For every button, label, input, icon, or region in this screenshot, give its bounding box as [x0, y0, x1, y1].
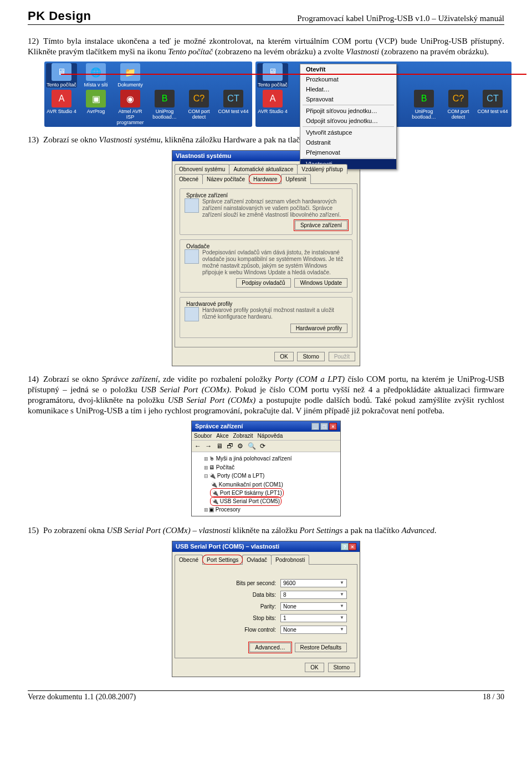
field-stopbits: Stop bits:1▼ [185, 614, 347, 622]
menu-prejmen[interactable]: Přejmenovat [300, 147, 396, 157]
icon-mista-vsiti[interactable]: 🌐Místa v síti [80, 63, 111, 88]
group-ovladace: Ovladače Podepisování ovladačů vám dává … [180, 239, 352, 293]
step-13: 13)Zobrazí se okno Vlastnosti systému, k… [28, 135, 504, 145]
group-spravce: Správce zařízení Správce zařízení zobraz… [180, 188, 352, 235]
icon-uniprog-r[interactable]: BUniProg bootload… [408, 90, 439, 120]
tab-vzdal[interactable]: Vzdálený přístup [297, 164, 347, 174]
storno-button2[interactable]: Storno [328, 663, 355, 672]
tab-obecne[interactable]: Obecné [175, 174, 203, 184]
tab-podrob[interactable]: Podrobnosti [271, 555, 309, 565]
tab-ovladac[interactable]: Ovladač [242, 555, 272, 565]
dialog-port-settings: USB Serial Port (COM5) – vlastnosti ?× O… [172, 541, 360, 677]
footer-right: 18 / 30 [483, 693, 504, 702]
icon-avrprog[interactable]: ▣AvrProg [80, 90, 111, 125]
tab-portsettings[interactable]: Port Settings [202, 555, 243, 565]
menu-odpojit[interactable]: Odpojit síťovou jednotku… [300, 116, 396, 126]
select-parity[interactable]: None▼ [280, 602, 347, 611]
icon-comtest-r[interactable]: CTCOM test v44 [477, 90, 508, 120]
select-bps[interactable]: 9600▼ [280, 579, 347, 587]
profily-button[interactable]: Hardwarové profily [290, 324, 347, 333]
menu-otevrit[interactable]: Otevřít [300, 64, 396, 74]
minimize-icon[interactable]: _ [311, 423, 319, 430]
tab-obecne2[interactable]: Obecné [175, 555, 203, 565]
icon-comtest[interactable]: CTCOM test v44 [218, 90, 249, 125]
footer-left: Verze dokumentu 1.1 (20.08.2007) [28, 693, 136, 702]
icon-avrstudio[interactable]: AAVR Studio 4 [46, 90, 77, 125]
dialog-system-properties: Vlastnosti systému ?× Obnovení systému A… [172, 150, 360, 366]
advanced-button[interactable]: Advanced… [249, 643, 290, 652]
icon-dokumenty[interactable]: 📁Dokumenty [115, 63, 146, 88]
device-tree[interactable]: ⊞🖱 Myši a jiná polohovací zařízení ⊞🖥 Po… [192, 452, 340, 516]
brand-logo: PK Design [28, 9, 91, 23]
podpisy-button[interactable]: Podpisy ovladačů [236, 278, 290, 288]
page-footer: Verze dokumentu 1.1 (20.08.2007) 18 / 30 [28, 690, 504, 702]
taskbar-right: 🖥Tento počítač AAVR Studio 4 BUniProg bo… [255, 62, 511, 127]
icon-comdetect-r[interactable]: C?COM port detect [443, 90, 474, 120]
select-databits[interactable]: 8▼ [280, 591, 347, 599]
menu-prozkoumat[interactable]: Prozkoumat [300, 74, 396, 84]
help-icon[interactable]: ? [341, 543, 349, 550]
tab-hardware[interactable]: Hardware [249, 174, 282, 184]
field-parity: Parity:None▼ [185, 602, 347, 611]
storno-button[interactable]: Storno [297, 352, 324, 361]
tab-upresnit[interactable]: Upřesnit [281, 174, 310, 184]
field-flow: Flow control:None▼ [185, 626, 347, 634]
icon-uniprog[interactable]: BUniProg bootload… [149, 90, 180, 125]
winupdate-button[interactable]: Windows Update [294, 278, 347, 288]
icon-tento-pocitac-r[interactable]: 🖥Tento počítač [257, 63, 288, 88]
page-header: PK Design Programovací kabel UniProg-USB… [28, 9, 504, 25]
restore-button[interactable]: Restore Defaults [295, 643, 347, 652]
group-profily: Hardwarové profily Hardwarové profily po… [180, 297, 352, 338]
icon-atmel[interactable]: ◉Atmel AVR ISP programmer [115, 90, 146, 125]
select-stopbits[interactable]: 1▼ [280, 614, 347, 622]
select-flow[interactable]: None▼ [280, 626, 347, 634]
taskbar-left: 🖥Tento počítač 🌐Místa v síti 📁Dokumenty … [44, 62, 252, 127]
icon-avrstudio-r[interactable]: AAVR Studio 4 [257, 90, 288, 120]
context-menu: Otevřít Prozkoumat Hledat… Spravovat Při… [300, 64, 397, 170]
ok-button2[interactable]: OK [305, 663, 324, 672]
menu-spravovat[interactable]: Spravovat [300, 94, 396, 104]
menu-hledat[interactable]: Hledat… [300, 84, 396, 94]
doc-title: Programovací kabel UniProg-USB v1.0 – Už… [297, 14, 504, 23]
step-12: 12)Tímto byla instalace ukončena a teď j… [28, 36, 504, 57]
toolbar[interactable]: ← → 🖥 🗗 ⚙ 🔍 ⟳ [192, 441, 340, 452]
figure-desktop-pair: 🖥Tento počítač 🌐Místa v síti 📁Dokumenty … [44, 62, 488, 127]
dialog-device-manager: Správce zařízení _□× SouborAkceZobrazitN… [191, 421, 341, 516]
tab-nazev[interactable]: Název počítače [202, 174, 249, 184]
profile-icon [185, 307, 199, 321]
close-icon[interactable]: × [349, 543, 356, 550]
icon-tento-pocitac[interactable]: 🖥Tento počítač [46, 63, 77, 88]
field-databits: Data bits:8▼ [185, 591, 347, 599]
step-14: 14)Zobrazí se okno Správce zařízení, zde… [28, 374, 504, 417]
device-icon [185, 198, 199, 213]
tab-obnoveni[interactable]: Obnovení systému [175, 164, 229, 174]
icon-comdetect[interactable]: C?COM port detect [183, 90, 214, 125]
maximize-icon[interactable]: □ [320, 423, 328, 430]
menu-odstranit[interactable]: Odstranit [300, 137, 396, 147]
driver-icon [185, 249, 199, 264]
pouzit-button[interactable]: Použít [329, 352, 355, 361]
tab-auto[interactable]: Automatické aktualizace [229, 164, 298, 174]
ok-button[interactable]: OK [274, 352, 293, 361]
menu-pripojit[interactable]: Připojit síťovou jednotku… [300, 106, 396, 116]
spravce-button[interactable]: Správce zařízení [295, 221, 347, 230]
field-bps: Bits per second:9600▼ [185, 579, 347, 587]
close-icon[interactable]: × [329, 423, 337, 430]
menu-zastupce[interactable]: Vytvořit zástupce [300, 127, 396, 137]
step-15: 15)Po zobrazení okna USB Serial Port (CO… [28, 525, 504, 536]
menubar[interactable]: SouborAkceZobrazitNápověda [192, 432, 340, 441]
